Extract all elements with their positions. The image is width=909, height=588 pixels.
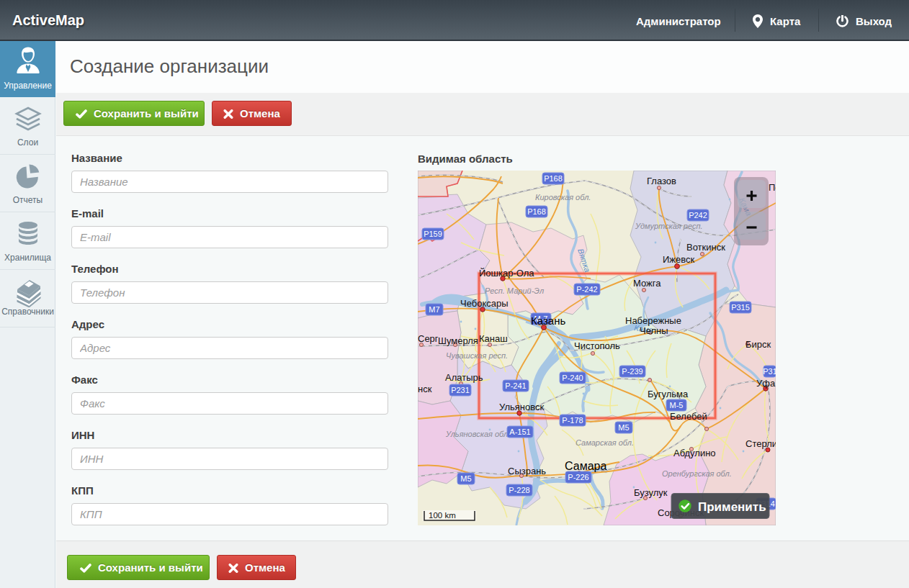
svg-text:Уфа: Уфа xyxy=(756,378,776,389)
svg-text:Р-228: Р-228 xyxy=(509,486,529,494)
svg-text:Алатырь: Алатырь xyxy=(445,372,483,383)
svg-text:Набережные: Набережные xyxy=(625,315,681,326)
svg-text:Воткинск: Воткинск xyxy=(686,242,725,253)
svg-text:Р168: Р168 xyxy=(527,207,546,216)
svg-text:М7: М7 xyxy=(429,305,439,314)
svg-text:Кировская обл.: Кировская обл. xyxy=(535,193,591,202)
svg-text:100 km: 100 km xyxy=(429,511,456,520)
svg-text:Сызрань: Сызрань xyxy=(508,466,546,476)
svg-text:М5: М5 xyxy=(460,474,471,483)
svg-text:Ижевск: Ижевск xyxy=(663,254,695,265)
svg-text:Удмуртская респ.: Удмуртская респ. xyxy=(635,222,703,230)
svg-text:Применить: Применить xyxy=(698,500,766,514)
svg-text:Чувашская респ.: Чувашская респ. xyxy=(446,351,508,360)
svg-text:Р-241: Р-241 xyxy=(505,381,526,390)
svg-text:А-151: А-151 xyxy=(509,428,530,436)
svg-text:Бузулук: Бузулук xyxy=(634,487,668,498)
svg-text:Р-242: Р-242 xyxy=(576,285,597,294)
svg-text:Респ. Марий-Эл: Респ. Марий-Эл xyxy=(485,286,544,295)
svg-text:Р315: Р315 xyxy=(731,303,750,312)
svg-text:М5: М5 xyxy=(618,423,629,432)
svg-text:Р-240: Р-240 xyxy=(562,374,583,382)
svg-text:Бугульма: Бугульма xyxy=(648,389,689,399)
svg-text:Ульяновская обл.: Ульяновская обл. xyxy=(445,430,510,438)
svg-text:Р-178: Р-178 xyxy=(562,416,583,425)
svg-text:Можга: Можга xyxy=(633,278,661,289)
svg-text:Канаш: Канаш xyxy=(479,333,508,344)
svg-text:Казань: Казань xyxy=(531,315,565,327)
svg-text:Самарская обл.: Самарская обл. xyxy=(576,438,634,447)
svg-text:Р31: Р31 xyxy=(763,367,776,376)
svg-text:Чистополь: Чистополь xyxy=(574,340,620,351)
svg-text:Ульяновск: Ульяновск xyxy=(499,402,544,412)
svg-text:Р242: Р242 xyxy=(689,211,707,220)
svg-text:Глазов: Глазов xyxy=(647,176,676,186)
svg-text:Челны: Челны xyxy=(640,325,668,336)
svg-text:Р168: Р168 xyxy=(544,174,563,183)
svg-text:Чебоксары: Чебоксары xyxy=(460,298,509,309)
svg-text:Стерлита: Стерлита xyxy=(745,438,776,449)
svg-text:Белебей: Белебей xyxy=(670,411,707,422)
svg-text:М-5: М-5 xyxy=(670,401,684,410)
svg-text:Йошкар-Ола: Йошкар-Ола xyxy=(479,268,534,279)
svg-text:Самара: Самара xyxy=(565,460,606,472)
svg-text:Пе: Пе xyxy=(769,182,776,193)
svg-text:Оренбургская обл.: Оренбургская обл. xyxy=(662,469,732,478)
svg-text:Шумерля: Шумерля xyxy=(438,335,478,346)
svg-text:Абдулино: Абдулино xyxy=(673,448,716,458)
svg-text:Р159: Р159 xyxy=(424,230,442,238)
svg-text:Р-226: Р-226 xyxy=(568,473,588,481)
svg-text:нск: нск xyxy=(418,384,432,394)
svg-text:Р-239: Р-239 xyxy=(622,367,642,376)
svg-text:Серг: Серг xyxy=(418,333,439,344)
svg-text:Бирск: Бирск xyxy=(745,339,771,350)
svg-text:Р231: Р231 xyxy=(451,386,470,394)
